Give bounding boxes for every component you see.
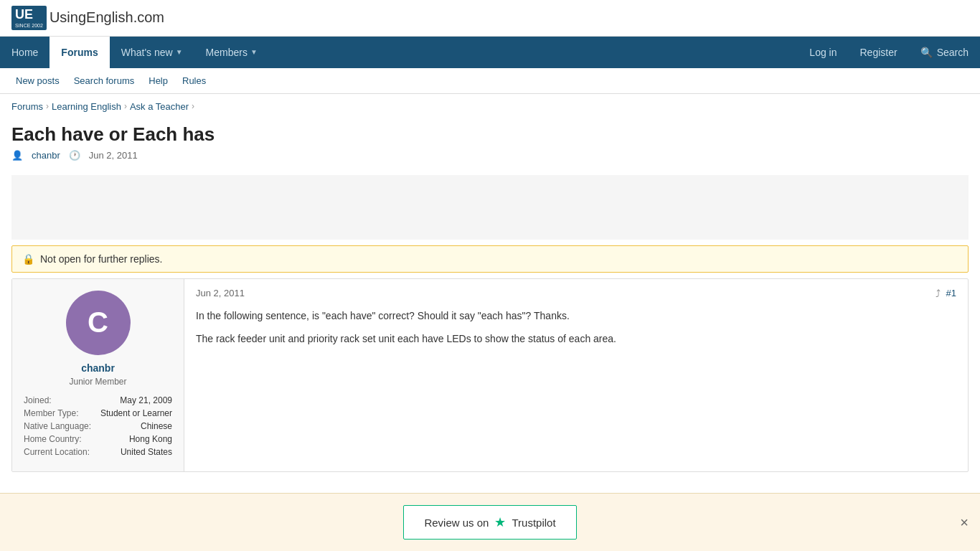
logo-text: UsingEnglish.com [50, 9, 164, 26]
logo[interactable]: UE SINCE 2002 UsingEnglish.com [11, 6, 164, 30]
member-type-value: Student or Learner [100, 408, 172, 418]
nav-right: Log in Register 🔍 Search [798, 37, 980, 68]
sub-nav: New posts Search forums Help Rules [0, 68, 980, 94]
main-nav: Home Forums What's new ▼ Members ▼ Log i… [0, 37, 980, 68]
clock-icon: 🕐 [69, 150, 80, 161]
thread-meta: 👤 chanbr 🕐 Jun 2, 2011 [0, 149, 980, 169]
post-header: Jun 2, 2011 ⤴ #1 [196, 288, 956, 299]
nav-register[interactable]: Register [849, 37, 909, 68]
joined-value: May 21, 2009 [120, 395, 172, 405]
current-location-label: Current Location: [24, 447, 90, 457]
breadcrumb-sep-1: › [46, 101, 49, 111]
joined-label: Joined: [24, 395, 52, 405]
page-title: Each have or Each has [0, 119, 980, 149]
search-icon: 🔍 [920, 47, 933, 58]
nav-forums[interactable]: Forums [50, 37, 109, 68]
breadcrumb-forums[interactable]: Forums [11, 101, 43, 112]
thread-date: Jun 2, 2011 [89, 150, 138, 161]
subnav-search-forums[interactable]: Search forums [70, 72, 139, 89]
subnav-rules[interactable]: Rules [178, 72, 210, 89]
username-link[interactable]: chanbr [81, 362, 115, 374]
post-actions: ⤴ #1 [936, 288, 956, 299]
current-location-value: United States [121, 447, 172, 457]
user-icon: 👤 [11, 150, 23, 161]
members-dropdown-icon: ▼ [250, 48, 258, 56]
thread-author-link[interactable]: chanbr [32, 150, 60, 161]
breadcrumb-sep-2: › [124, 101, 127, 111]
locked-notice-text: Not open for further replies. [40, 253, 162, 265]
post-line-1: In the following sentence, is "each have… [196, 308, 956, 324]
user-rank: Junior Member [69, 377, 126, 387]
nav-whats-new[interactable]: What's new ▼ [110, 37, 194, 68]
post-container: C chanbr Junior Member Joined: May 21, 2… [11, 278, 969, 472]
native-lang-value: Chinese [141, 421, 172, 431]
home-country-label: Home Country: [24, 434, 82, 444]
post-number: #1 [946, 288, 956, 298]
post-content: Jun 2, 2011 ⤴ #1 In the following senten… [184, 279, 968, 471]
home-country-row: Home Country: Hong Kong [24, 434, 172, 444]
post-date: Jun 2, 2011 [196, 288, 245, 298]
post-username[interactable]: chanbr [81, 362, 115, 374]
post-body: In the following sentence, is "each have… [196, 308, 956, 347]
lock-icon: 🔒 [22, 253, 34, 265]
subnav-new-posts[interactable]: New posts [11, 72, 64, 89]
ad-banner [11, 175, 969, 240]
member-type-label: Member Type: [24, 408, 78, 418]
breadcrumb-learning-english[interactable]: Learning English [52, 101, 121, 112]
home-country-value: Hong Kong [129, 434, 172, 444]
current-location-row: Current Location: United States [24, 447, 172, 457]
user-info-table: Joined: May 21, 2009 Member Type: Studen… [24, 395, 172, 460]
subnav-help[interactable]: Help [144, 72, 172, 89]
whats-new-dropdown-icon: ▼ [176, 48, 183, 56]
share-icon: ⤴ [936, 288, 941, 299]
nav-home[interactable]: Home [0, 37, 50, 68]
breadcrumb-ask-teacher[interactable]: Ask a Teacher [130, 101, 189, 112]
breadcrumb-sep-3: › [192, 101, 194, 111]
search-button[interactable]: 🔍 Search [909, 37, 980, 68]
logo-ue: UE SINCE 2002 [11, 6, 47, 30]
locked-notice: 🔒 Not open for further replies. [11, 245, 969, 273]
joined-row: Joined: May 21, 2009 [24, 395, 172, 405]
share-button[interactable]: ⤴ [936, 288, 941, 299]
member-type-row: Member Type: Student or Learner [24, 408, 172, 418]
native-lang-label: Native Language: [24, 421, 91, 431]
native-lang-row: Native Language: Chinese [24, 421, 172, 431]
avatar: C [66, 291, 131, 355]
site-header: UE SINCE 2002 UsingEnglish.com [0, 0, 980, 37]
breadcrumb: Forums › Learning English › Ask a Teache… [0, 94, 980, 119]
post-sidebar: C chanbr Junior Member Joined: May 21, 2… [12, 279, 184, 471]
nav-members[interactable]: Members ▼ [194, 37, 269, 68]
post-line-2: The rack feeder unit and priority rack s… [196, 331, 956, 347]
nav-login[interactable]: Log in [798, 37, 848, 68]
